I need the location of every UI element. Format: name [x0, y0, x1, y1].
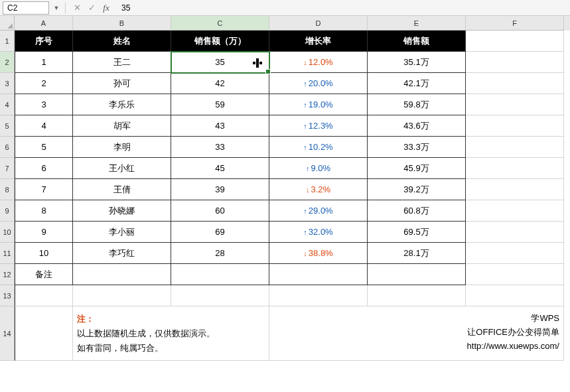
cell-name-8[interactable]: 孙晓娜 — [73, 200, 171, 222]
cell-growth-5[interactable]: ↑10.2% — [269, 137, 368, 158]
cell-seq-1[interactable]: 1 — [15, 52, 73, 73]
cell-F6[interactable] — [466, 137, 564, 158]
col-header-A[interactable]: A — [15, 16, 73, 31]
cell-name-6[interactable]: 王小红 — [73, 158, 171, 179]
cell-A14[interactable] — [15, 306, 73, 361]
cell-B12[interactable] — [73, 264, 171, 285]
cell-A13[interactable] — [15, 285, 73, 306]
col-header-C[interactable]: C — [171, 16, 269, 31]
cell-name-3[interactable]: 李乐乐 — [73, 94, 171, 115]
cell-sales2-2[interactable]: 42.1万 — [368, 73, 466, 94]
cell-F1[interactable] — [466, 31, 564, 52]
cell-sales2-9[interactable]: 69.5万 — [368, 222, 466, 243]
cell-F9[interactable] — [466, 200, 564, 222]
cell-seq-2[interactable]: 2 — [15, 73, 73, 94]
cell-C13[interactable] — [171, 285, 269, 306]
cell-C12[interactable] — [171, 264, 269, 285]
row-header-7[interactable]: 7 — [0, 158, 15, 179]
cell-sales2-4[interactable]: 43.6万 — [368, 115, 466, 137]
row-header-6[interactable]: 6 — [0, 137, 15, 158]
cell-seq-7[interactable]: 7 — [15, 179, 73, 200]
row-header-11[interactable]: 11 — [0, 243, 15, 264]
cell-growth-6[interactable]: ↑9.0% — [269, 158, 368, 179]
cell-E13[interactable] — [368, 285, 466, 306]
cell-name-7[interactable]: 王倩 — [73, 179, 171, 200]
cell-F2[interactable] — [466, 52, 564, 73]
cell-sales2-10[interactable]: 28.1万 — [368, 243, 466, 264]
cell-seq-9[interactable]: 9 — [15, 222, 73, 243]
formula-input[interactable] — [119, 1, 570, 15]
cell-sales-6[interactable]: 45 — [171, 158, 269, 179]
cell-sales-3[interactable]: 59 — [171, 94, 269, 115]
row-header-3[interactable]: 3 — [0, 73, 15, 94]
cell-name-5[interactable]: 李明 — [73, 137, 171, 158]
cell-sales-8[interactable]: 60 — [171, 200, 269, 222]
row-header-4[interactable]: 4 — [0, 94, 15, 115]
cell-remark-label[interactable]: 备注 — [15, 264, 73, 285]
cell-growth-10[interactable]: ↓38.8% — [269, 243, 368, 264]
cell-D13[interactable] — [269, 285, 368, 306]
cell-sales-1[interactable]: 35 — [171, 52, 269, 73]
row-header-2[interactable]: 2 — [0, 52, 15, 73]
row-header-1[interactable]: 1 — [0, 31, 15, 52]
row-header-14[interactable]: 14 — [0, 306, 15, 361]
cell-growth-2[interactable]: ↑20.0% — [269, 73, 368, 94]
cell-B13[interactable] — [73, 285, 171, 306]
name-box-dropdown-icon[interactable]: ▼ — [52, 5, 61, 11]
cell-sales-10[interactable]: 28 — [171, 243, 269, 264]
cell-name-10[interactable]: 李巧红 — [73, 243, 171, 264]
cell-name-2[interactable]: 孙可 — [73, 73, 171, 94]
cell-sales-4[interactable]: 43 — [171, 115, 269, 137]
cell-sales2-3[interactable]: 59.8万 — [368, 94, 466, 115]
cell-sales2-6[interactable]: 45.9万 — [368, 158, 466, 179]
cell-F4[interactable] — [466, 94, 564, 115]
cell-sales-9[interactable]: 69 — [171, 222, 269, 243]
cell-sales-5[interactable]: 33 — [171, 137, 269, 158]
cell-name-9[interactable]: 李小丽 — [73, 222, 171, 243]
col-header-E[interactable]: E — [368, 16, 466, 31]
cell-growth-8[interactable]: ↑29.0% — [269, 200, 368, 222]
col-header-F[interactable]: F — [466, 16, 564, 31]
cell-F3[interactable] — [466, 73, 564, 94]
cell-F5[interactable] — [466, 115, 564, 137]
cell-sales-2[interactable]: 42 — [171, 73, 269, 94]
cell-F10[interactable] — [466, 222, 564, 243]
row-header-8[interactable]: 8 — [0, 179, 15, 200]
cell-F11[interactable] — [466, 243, 564, 264]
cell-growth-1[interactable]: ↓12.0% — [269, 52, 368, 73]
row-header-9[interactable]: 9 — [0, 200, 15, 222]
select-all-corner[interactable] — [0, 16, 15, 31]
cell-sales-7[interactable]: 39 — [171, 179, 269, 200]
cell-F13[interactable] — [466, 285, 564, 306]
cell-D12[interactable] — [269, 264, 368, 285]
fx-icon[interactable]: fx — [99, 1, 113, 15]
cell-growth-7[interactable]: ↓3.2% — [269, 179, 368, 200]
cell-seq-10[interactable]: 10 — [15, 243, 73, 264]
cancel-icon[interactable]: ✕ — [70, 1, 84, 15]
confirm-icon[interactable]: ✓ — [84, 1, 99, 15]
cell-growth-4[interactable]: ↑12.3% — [269, 115, 368, 137]
cell-E12[interactable] — [368, 264, 466, 285]
row-header-13[interactable]: 13 — [0, 285, 15, 306]
cell-sales2-1[interactable]: 35.1万 — [368, 52, 466, 73]
cell-seq-8[interactable]: 8 — [15, 200, 73, 222]
cell-seq-3[interactable]: 3 — [15, 94, 73, 115]
cell-name-1[interactable]: 王二 — [73, 52, 171, 73]
cell-growth-3[interactable]: ↑19.0% — [269, 94, 368, 115]
cell-seq-4[interactable]: 4 — [15, 115, 73, 137]
cell-growth-9[interactable]: ↑32.0% — [269, 222, 368, 243]
col-header-B[interactable]: B — [73, 16, 171, 31]
cell-F7[interactable] — [466, 158, 564, 179]
cell-F12[interactable] — [466, 264, 564, 285]
cell-sales2-5[interactable]: 33.3万 — [368, 137, 466, 158]
cell-sales2-7[interactable]: 39.2万 — [368, 179, 466, 200]
row-header-5[interactable]: 5 — [0, 115, 15, 137]
cell-seq-5[interactable]: 5 — [15, 137, 73, 158]
col-header-D[interactable]: D — [269, 16, 368, 31]
name-box[interactable]: C2 — [3, 1, 49, 15]
cell-name-4[interactable]: 胡军 — [73, 115, 171, 137]
cell-seq-6[interactable]: 6 — [15, 158, 73, 179]
cell-F8[interactable] — [466, 179, 564, 200]
cell-sales2-8[interactable]: 60.8万 — [368, 200, 466, 222]
row-header-10[interactable]: 10 — [0, 222, 15, 243]
